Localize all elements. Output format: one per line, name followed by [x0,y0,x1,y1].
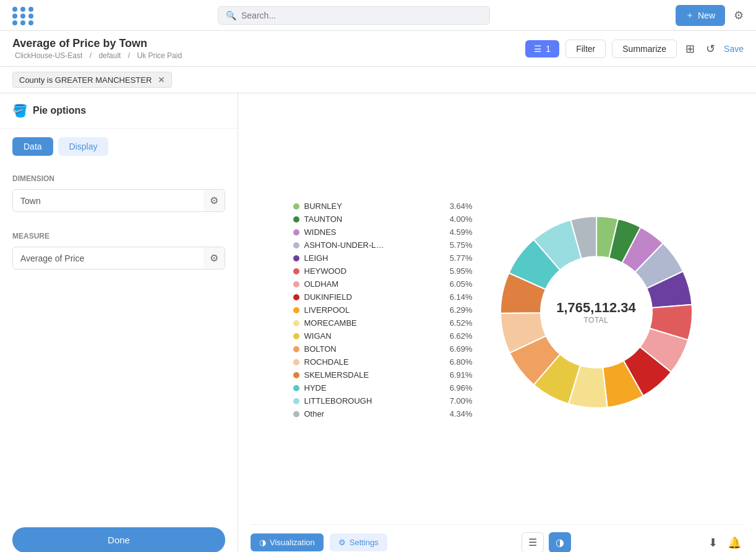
title-block: Average of Price by Town ClickHouse-US-E… [12,37,184,60]
legend-dot [293,307,299,313]
legend-name: BOLTON [304,344,440,354]
legend-and-chart: BURNLEY 3.64% TAUNTON 4.00% WIDNES 4.59%… [251,202,744,422]
tab-display[interactable]: Display [58,137,109,156]
legend-item: Other 4.34% [293,409,473,418]
donut-total-value: 1,765,112.34 [556,300,635,316]
legend-dot [293,268,299,274]
legend-pct: 7.00% [445,396,473,406]
legend-name: Other [304,409,440,418]
legend-name: WIDNES [304,227,440,237]
chart-toolbar: ◑ Visualization ⚙ Settings ☰ ◑ ⬇ 🔔 [251,524,744,552]
legend-pct: 6.29% [445,305,473,315]
settings-toolbar-button[interactable]: ⚙ Settings [330,533,387,551]
search-icon: 🔍 [226,11,236,20]
legend-pct: 5.95% [445,266,473,276]
logo-dot [12,20,17,25]
legend-item: ROCHDALE 6.80% [293,357,473,367]
legend-dot [293,346,299,352]
legend-pct: 5.75% [445,240,473,250]
filter-tag-close-icon[interactable]: ✕ [158,75,165,85]
legend-pct: 6.91% [445,370,473,380]
legend-item: ASHTON-UNDER-L… 5.75% [293,240,473,250]
pie-view-button[interactable]: ◑ [549,532,571,552]
legend-name: LEIGH [304,253,440,263]
settings-button[interactable]: ⚙ [731,6,746,25]
filter-tag-text: County is GREATER MANCHESTER [19,75,152,85]
legend-name: WIGAN [304,331,440,341]
save-button[interactable]: Save [724,44,744,54]
legend-item: TAUNTON 4.00% [293,214,473,224]
legend-item: WIDNES 4.59% [293,227,473,237]
measure-section: Measure Average of Price ⚙ [0,222,238,279]
search-area: 🔍 [40,6,668,25]
legend-item: HEYWOOD 5.95% [293,266,473,276]
download-button[interactable]: ⬇ [706,533,720,552]
logo-dot [20,14,25,19]
sidebar: 🪣 Pie options Data Display Dimension Tow… [0,93,238,552]
filter-badge-button[interactable]: ☰ 1 [525,40,559,57]
legend-dot [293,385,299,391]
legend-item: LEIGH 5.77% [293,253,473,263]
legend-dot [293,398,299,404]
legend-dot [293,320,299,326]
measure-dropdown-row: Average of Price ⚙ [12,247,225,270]
breadcrumb-schema: default [98,51,121,60]
legend-name: MORECAMBE [304,318,440,328]
legend-item: MORECAMBE 6.52% [293,318,473,328]
filter-button[interactable]: Filter [565,40,606,58]
logo-dot [28,7,33,12]
legend-dot [293,359,299,365]
legend-name: HEYWOOD [304,266,440,276]
search-input[interactable] [241,11,482,20]
summarize-button[interactable]: Summarize [612,40,677,58]
legend-pct: 4.00% [445,214,473,224]
columns-icon-button[interactable]: ⊞ [683,40,697,58]
header: 🔍 ＋ New ⚙ [0,0,756,31]
donut-total-label: TOTAL [556,316,635,325]
breadcrumb: ClickHouse-US-East / default / Uk Price … [12,51,184,60]
filter-count: 1 [546,44,551,54]
sidebar-title: Pie options [33,105,86,116]
legend-name: OLDHAM [304,279,440,289]
legend-pct: 6.52% [445,318,473,328]
legend-item: LITTLEBOROUGH 7.00% [293,396,473,406]
legend-name: ROCHDALE [304,357,440,367]
legend-item: HYDE 6.96% [293,383,473,393]
legend-item: DUKINFIELD 6.14% [293,292,473,302]
table-view-button[interactable]: ☰ [522,532,544,552]
donut-chart: 1,765,112.34 TOTAL [491,207,702,417]
legend-dot [293,229,299,236]
page-title: Average of Price by Town [12,37,184,50]
legend-pct: 4.34% [445,409,473,418]
breadcrumb-table: Uk Price Paid [137,51,182,60]
refresh-button[interactable]: ↺ [703,40,718,58]
logo-dot [12,7,17,12]
logo-dot [28,20,33,25]
legend-dot [293,203,299,210]
legend-dot [293,242,299,248]
header-actions: ＋ New ⚙ [676,5,746,26]
legend-name: SKELMERSDALE [304,370,440,380]
logo-dots [10,4,32,27]
chart-content: BURNLEY 3.64% TAUNTON 4.00% WIDNES 4.59%… [251,106,744,518]
dimension-gear-button[interactable]: ⚙ [204,190,225,211]
visualization-button[interactable]: ◑ Visualization [251,533,324,551]
legend-dot [293,216,299,223]
notification-button[interactable]: 🔔 [725,533,744,552]
legend-pct: 6.80% [445,357,473,367]
measure-gear-button[interactable]: ⚙ [204,247,225,269]
done-button[interactable]: Done [12,527,225,552]
measure-label: Measure [12,232,225,240]
chart-area: BURNLEY 3.64% TAUNTON 4.00% WIDNES 4.59%… [238,93,756,552]
chart-toolbar-right: ⬇ 🔔 [706,533,744,552]
legend-dot [293,255,299,261]
dimension-select[interactable]: Town [13,191,204,211]
sidebar-header: 🪣 Pie options [0,93,238,129]
measure-select[interactable]: Average of Price [13,248,204,268]
new-button[interactable]: ＋ New [676,5,725,26]
dimension-section: Dimension Town ⚙ [0,164,238,222]
subheader-actions: ☰ 1 Filter Summarize ⊞ ↺ Save [525,40,744,58]
legend-dot [293,333,299,339]
legend-pct: 6.69% [445,344,473,354]
tab-data[interactable]: Data [12,137,53,156]
